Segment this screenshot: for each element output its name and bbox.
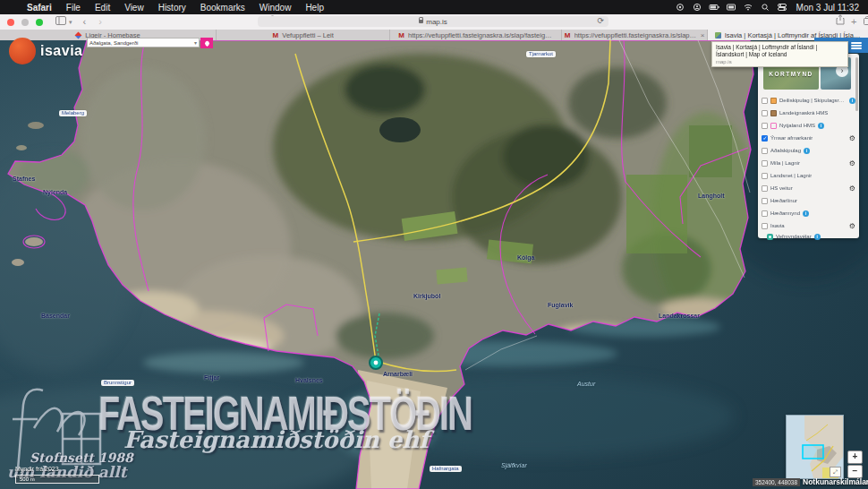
info-icon[interactable]: i <box>818 123 824 129</box>
address-bar[interactable]: map.is ⟳ <box>258 16 608 27</box>
map-label: Nýlenda <box>43 189 67 195</box>
tab-tooltip: Isavia | Kortasjá | Loftmyndir af Ísland… <box>711 41 848 67</box>
chevron-down-icon[interactable]: ▾ <box>69 14 72 30</box>
menu-help[interactable]: Help <box>298 3 331 13</box>
gear-icon[interactable]: ⚙ <box>849 134 855 142</box>
map-label: Kirkjuból <box>413 293 440 299</box>
map-label: Kólga <box>517 254 534 261</box>
info-icon[interactable]: i <box>803 210 809 217</box>
close-window-button[interactable] <box>7 19 14 26</box>
lock-icon <box>419 20 423 23</box>
menu-view[interactable]: View <box>117 3 151 13</box>
isavia-logo-text: isavia <box>40 43 82 59</box>
tab-overview-icon[interactable] <box>864 14 868 30</box>
map-label: Tjarnarkot <box>526 51 556 57</box>
browser-toolbar: ▾ ‹ › map.is ⟳ + <box>0 14 868 30</box>
menu-edit[interactable]: Edit <box>88 3 117 13</box>
layer-swatch <box>770 110 777 116</box>
fasteignaskra-favicon: M <box>398 32 404 39</box>
map-label: Básendar <box>41 313 70 319</box>
marker-tool-button[interactable] <box>200 38 213 48</box>
wifi-icon[interactable] <box>743 3 754 12</box>
layer-checkbox-checked[interactable] <box>762 135 768 142</box>
zoom-out-button[interactable]: − <box>847 465 863 478</box>
viewport-rectangle <box>803 445 823 459</box>
map-label: Stafnes <box>13 176 35 182</box>
back-button[interactable]: ‹ <box>83 14 87 30</box>
scale-bar: 500 m <box>15 475 99 484</box>
status-user-icon[interactable] <box>692 3 703 12</box>
water-label: Sjálfkvíar <box>501 462 527 468</box>
layer-checkbox[interactable] <box>762 223 768 229</box>
menu-bar: Safari File Edit View History Bookmarks … <box>0 0 868 14</box>
info-icon[interactable]: i <box>849 98 855 104</box>
layer-checkbox[interactable] <box>762 148 768 154</box>
layer-checkbox[interactable] <box>762 210 768 217</box>
cursor-coordinates: 352400, 448038 <box>753 478 800 486</box>
address-url: map.is <box>426 18 447 26</box>
map-label: Landakrossar <box>659 313 700 319</box>
panel-scrollbar[interactable] <box>855 57 858 111</box>
status-record-icon[interactable] <box>675 3 686 12</box>
map-label: Fuglavík <box>548 302 573 308</box>
spotlight-search-icon[interactable] <box>760 3 771 12</box>
map-pin-icon <box>203 39 209 46</box>
menu-window[interactable]: Window <box>252 3 299 13</box>
search-input[interactable]: Aðalgata, Sandgerði ▾ <box>87 38 200 47</box>
layer-checkbox[interactable] <box>762 110 768 116</box>
layer-checkbox[interactable] <box>762 173 768 179</box>
terms-of-use-link[interactable]: Notkunarskilmálar <box>803 477 868 486</box>
gear-icon[interactable]: ⚙ <box>849 222 855 230</box>
menu-clock[interactable]: Mon 3 Jul 11:32 <box>791 3 868 13</box>
layer-checkbox[interactable] <box>762 185 768 192</box>
gear-icon[interactable]: ⚙ <box>849 159 855 167</box>
map-label: Melaberg <box>59 110 87 116</box>
hamburger-menu-icon[interactable] <box>851 42 862 49</box>
layer-checkbox[interactable] <box>762 98 768 104</box>
map-label: Hafnargata <box>430 466 462 472</box>
map-label: Hvalsnes <box>295 377 323 383</box>
chevron-down-icon[interactable]: ▾ <box>194 39 197 46</box>
fasteignaskra-favicon: M <box>272 32 278 39</box>
menu-file[interactable]: File <box>59 3 88 13</box>
reload-icon[interactable]: ⟳ <box>597 16 604 25</box>
layers-panel: KORTMYND › Deiliskipulag | Skipulagsreit… <box>758 54 859 238</box>
map-marker[interactable] <box>370 356 382 369</box>
imagery-date-note: Myndir frá 2023 <box>15 466 59 472</box>
zoom-window-button[interactable] <box>36 19 43 26</box>
fasteignaskra-favicon: M <box>565 32 571 39</box>
minimize-window-button[interactable] <box>21 19 29 26</box>
map-label: Arnarbæli <box>383 371 413 377</box>
info-icon[interactable]: i <box>804 148 810 154</box>
isavia-logo: isavia <box>9 38 82 64</box>
info-icon[interactable]: i <box>814 234 821 240</box>
menu-bookmarks[interactable]: Bookmarks <box>193 3 252 13</box>
control-center-icon[interactable] <box>777 3 788 12</box>
sidebar-icon[interactable] <box>55 14 66 30</box>
map-label: Brunnstígur <box>101 380 134 386</box>
layer-checkbox[interactable] <box>762 123 768 129</box>
watermark-script: Fasteignamiðstöðin ehf <box>123 426 429 453</box>
share-icon[interactable] <box>836 14 845 30</box>
gear-icon[interactable]: ⚙ <box>849 184 855 193</box>
water-label: Austur <box>577 381 595 387</box>
layer-checkbox[interactable] <box>762 160 768 167</box>
isavia-logo-circle <box>9 38 36 64</box>
map-favicon <box>715 32 721 39</box>
close-tab-icon[interactable]: × <box>701 31 705 39</box>
battery-icon[interactable] <box>709 3 720 12</box>
map-label: Langholt <box>698 193 725 199</box>
display-icon[interactable] <box>726 3 737 12</box>
layer-checkbox[interactable] <box>762 198 768 204</box>
menu-safari[interactable]: Safari <box>20 3 59 13</box>
layer-swatch <box>770 123 777 129</box>
zoom-in-button[interactable]: + <box>847 450 863 464</box>
webcam-icon <box>767 234 773 240</box>
layer-swatch <box>770 98 777 104</box>
map-label: Fitjar <box>204 374 219 381</box>
minimap-expand-icon[interactable]: ⤢ <box>830 467 841 477</box>
menu-history[interactable]: History <box>151 3 193 13</box>
forward-button[interactable]: › <box>98 14 102 30</box>
new-tab-button[interactable]: + <box>851 14 856 30</box>
